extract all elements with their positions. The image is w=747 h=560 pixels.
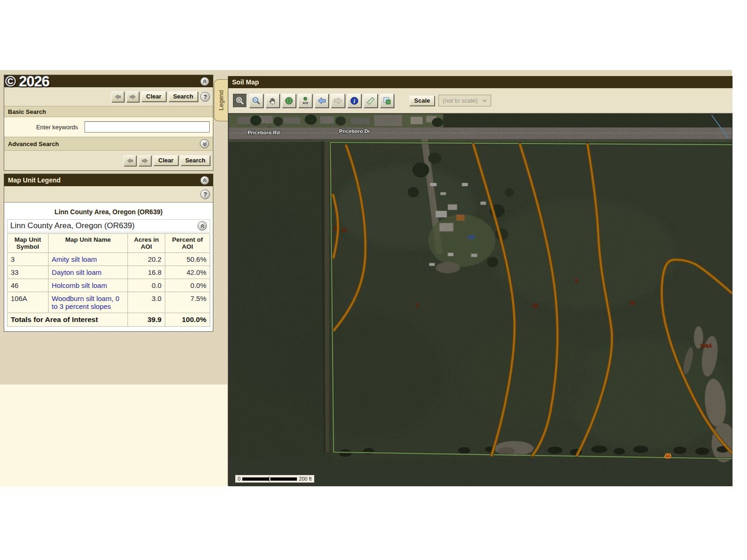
- pan-hand-icon: [268, 96, 277, 105]
- table-row: 3 Amity silt loam 20.2 50.6%: [7, 253, 210, 266]
- double-chevron-up-icon: [202, 79, 207, 84]
- table-row: 33 Dayton silt loam 16.8 42.0%: [7, 266, 210, 279]
- previous-view-button[interactable]: [315, 94, 329, 108]
- soil-map-title: Soil Map: [232, 78, 259, 86]
- keywords-input[interactable]: [85, 121, 210, 133]
- collapse-legend-panel-button[interactable]: [200, 176, 209, 185]
- soil-area-heading: Linn County Area, Oregon (OR639): [7, 208, 210, 216]
- previous-button-2[interactable]: [124, 155, 136, 166]
- percent-value: 7.5%: [165, 292, 210, 313]
- previous-view-arrow-icon: [317, 97, 326, 105]
- right-arrow-icon: [142, 158, 148, 164]
- double-chevron-up-icon: [200, 224, 205, 229]
- left-arrow-icon: [115, 94, 121, 100]
- full-extent-button[interactable]: [282, 94, 296, 108]
- previous-button[interactable]: [112, 91, 124, 102]
- pan-button[interactable]: [266, 94, 280, 108]
- next-view-arrow-icon: [333, 97, 343, 105]
- map-unit-legend-header: Map Unit Legend: [4, 174, 213, 186]
- question-mark-icon: ?: [204, 93, 207, 100]
- col-name: Map Unit Name: [48, 234, 128, 253]
- totals-acres: 39.9: [128, 313, 165, 327]
- question-mark-icon: ?: [204, 191, 207, 198]
- next-button[interactable]: [127, 91, 139, 102]
- map-unit-legend-title: Map Unit Legend: [8, 176, 61, 184]
- scale-button[interactable]: Scale: [409, 96, 435, 106]
- acres-value: 16.8: [128, 266, 165, 279]
- map-unit-name-link[interactable]: Dayton silt loam: [52, 268, 102, 276]
- expand-advanced-search-button[interactable]: [200, 139, 209, 148]
- soil-unit-label: 46: [665, 453, 670, 459]
- clear-button[interactable]: Clear: [141, 91, 166, 102]
- table-header-row: Map Unit Symbol Map Unit Name Acres in A…: [7, 234, 210, 253]
- search-button[interactable]: Search: [169, 91, 198, 102]
- help-button[interactable]: ?: [200, 92, 210, 102]
- zoom-in-button[interactable]: [233, 94, 247, 108]
- road-label: Priceboro Rd: [247, 130, 280, 135]
- zoom-out-button[interactable]: [249, 94, 263, 108]
- grain-texture: [229, 114, 732, 486]
- search-toolbar: Clear Search ?: [4, 87, 213, 106]
- map-unit-name-link[interactable]: Amity silt loam: [52, 255, 97, 263]
- totals-label: Totals for Area of Interest: [7, 313, 128, 327]
- soil-area-subrow: Linn County Area, Oregon (OR639): [7, 219, 210, 232]
- measure-button[interactable]: [364, 94, 378, 108]
- chevron-down-icon: [482, 99, 487, 102]
- legend-help-button[interactable]: ?: [200, 189, 210, 199]
- map-unit-name-link[interactable]: Holcomb silt loam: [52, 281, 107, 289]
- acres-value: 3.0: [128, 292, 165, 313]
- percent-value: 0.0%: [165, 279, 210, 292]
- scalebar-distance: 200 ft: [299, 476, 312, 482]
- scale-dropdown[interactable]: (not to scale): [438, 95, 491, 106]
- legend-body: Linn County Area, Oregon (OR639) Linn Co…: [4, 203, 213, 331]
- soil-unit-label: 3: [416, 302, 419, 308]
- map-viewport[interactable]: Priceboro Rd Priceboro Dr 3 33 3 33 3 33…: [228, 113, 733, 486]
- map-unit-symbol: 33: [7, 266, 49, 279]
- map-unit-name-link[interactable]: Woodburn silt loam, 0 to 3 percent slope…: [52, 294, 120, 310]
- spatial-query-button[interactable]: [380, 94, 394, 108]
- next-button-2[interactable]: [139, 155, 151, 166]
- map-unit-symbol: 46: [7, 279, 49, 292]
- map-unit-table: Map Unit Symbol Map Unit Name Acres in A…: [7, 233, 210, 327]
- map-unit-legend-panel: Map Unit Legend ? Linn County Area, Oreg…: [4, 174, 213, 332]
- scalebar-segment: [270, 477, 297, 481]
- zoom-in-icon: [235, 96, 245, 105]
- soil-unit-label: 33: [341, 227, 347, 233]
- search-button-2[interactable]: Search: [181, 155, 210, 166]
- table-row: 106A Woodburn silt loam, 0 to 3 percent …: [7, 292, 210, 313]
- legend-tab[interactable]: Legend: [214, 79, 228, 121]
- map-unit-symbol: 3: [7, 253, 49, 266]
- next-view-button[interactable]: [331, 94, 345, 108]
- col-symbol: Map Unit Symbol: [7, 234, 49, 253]
- svg-text:AOI: AOI: [303, 101, 308, 105]
- soil-area-subheading: Linn County Area, Oregon (OR639): [10, 221, 134, 231]
- content-area: © 2026 Clear Search ?: [0, 70, 732, 486]
- collapse-search-panel-button[interactable]: [200, 77, 209, 86]
- percent-value: 42.0%: [165, 266, 210, 279]
- scale-value: (not to scale): [443, 97, 478, 104]
- globe-icon: [284, 96, 294, 105]
- search-panel: © 2026 Clear Search ?: [4, 75, 213, 171]
- collapse-area-button[interactable]: [197, 221, 207, 231]
- scalebar-segment: [242, 477, 269, 481]
- left-panel-background: [0, 385, 227, 486]
- basic-search-header[interactable]: Basic Search: [4, 106, 213, 117]
- zoom-to-aoi-button[interactable]: AOI: [298, 94, 312, 108]
- legend-toolbar: ?: [4, 186, 213, 203]
- soil-map-header: Soil Map: [228, 76, 733, 88]
- map-unit-symbol: 106A: [7, 292, 49, 313]
- search-toolbar-bottom: Clear Search: [4, 151, 213, 170]
- keywords-label: Enter keywords: [4, 124, 85, 131]
- clear-button-2[interactable]: Clear: [154, 155, 178, 166]
- double-chevron-up-icon: [202, 178, 207, 183]
- identify-button[interactable]: i: [347, 94, 361, 108]
- totals-percent: 100.0%: [165, 313, 210, 327]
- col-acres: Acres in AOI: [128, 234, 165, 253]
- soil-unit-label: 106A: [700, 343, 712, 349]
- map-toolbar: AOI i: [228, 88, 733, 113]
- page: © 2026 Clear Search ?: [0, 0, 747, 560]
- col-percent: Percent of AOI: [165, 234, 210, 253]
- keywords-row: Enter keywords: [4, 117, 213, 137]
- advanced-search-header[interactable]: Advanced Search: [4, 137, 213, 151]
- spatial-query-icon: [382, 96, 392, 105]
